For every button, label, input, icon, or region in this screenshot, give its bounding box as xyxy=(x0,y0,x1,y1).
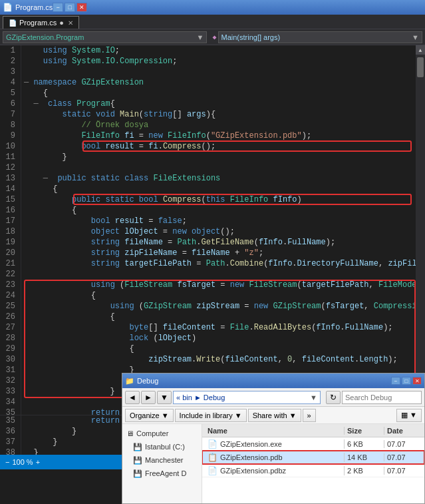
code-line-15: public static bool Compress(this FileInf… xyxy=(24,194,413,205)
tab-close[interactable]: ✕ xyxy=(68,19,73,27)
share-with-button[interactable]: Share with ▼ xyxy=(248,409,301,422)
file-explorer: 📁 Debug − □ ✕ ◄ ► ▼ « bin ► Debug ▼ ↻ xyxy=(122,373,425,504)
file-size-pdbz: 2 KB xyxy=(345,467,384,475)
view-button[interactable]: ▦ ▼ xyxy=(396,409,422,422)
code-line-22 xyxy=(24,269,413,280)
tab-modified: ● xyxy=(59,19,64,27)
scroll-up-button[interactable]: ▲ xyxy=(416,45,425,55)
code-line-23: using (FileStream fsTarget = new FileStr… xyxy=(24,280,413,290)
close-button[interactable]: ✕ xyxy=(76,3,87,12)
code-content[interactable]: using System.IO; using System.IO.Compres… xyxy=(21,45,416,415)
file-row-exe[interactable]: 📄 GZipExtension.exe 6 KB 07.07 xyxy=(202,437,424,451)
code-line-18: object lObject = new object(); xyxy=(24,226,413,237)
method-dropdown[interactable]: Main(string[] args) ▼ xyxy=(218,31,422,43)
fe-refresh-icon: ↻ xyxy=(330,393,337,402)
code-line-28: lock (lObject) xyxy=(24,333,413,344)
context-dropdown-label: GZipExtension.Program xyxy=(6,33,84,41)
line-numbers: 12345 678910 1112131415 1617181920 21222… xyxy=(0,45,21,415)
fe-forward-button[interactable]: ► xyxy=(141,391,156,404)
zoom-level: 100 % xyxy=(12,458,33,466)
organize-button[interactable]: Organize ▼ xyxy=(125,409,174,422)
code-line-9: FileInfo fi = new FileInfo("GZipExtensio… xyxy=(24,130,413,141)
fe-breadcrumb[interactable]: « bin ► Debug ▼ xyxy=(173,391,321,404)
file-name-exe: 📄 GZipExtension.exe xyxy=(202,439,345,449)
minimize-button[interactable]: − xyxy=(53,3,63,12)
fe-title-text: Debug xyxy=(137,377,158,385)
zoom-control[interactable]: − 100 % + xyxy=(5,458,40,466)
fe-back-button[interactable]: ◄ xyxy=(125,391,140,404)
tab-icon: 📄 xyxy=(9,19,17,27)
code-line-10: bool result = fi.Compress(); xyxy=(24,141,413,152)
fe-main: 🖥 Computer 💾 Istanbul (C:) 💾 Manchester … xyxy=(122,424,424,503)
fe-close-button[interactable]: ✕ xyxy=(412,377,422,385)
code-line-27: byte[] fileContent = File.ReadAllBytes(f… xyxy=(24,322,413,333)
code-line-8: // Örnek dosya xyxy=(24,120,413,130)
file-name-pdb: 📋 GZipExtension.pdb xyxy=(202,453,345,462)
title-bar-buttons: − □ ✕ xyxy=(53,3,87,12)
sidebar-label-istanbul: Istanbul (C:) xyxy=(145,443,185,451)
zoom-down-button[interactable]: − xyxy=(5,458,9,466)
fe-breadcrumb-arrow: ▼ xyxy=(310,393,317,401)
file-row-pdb[interactable]: 📋 GZipExtension.pdb 14 KB 07.07 xyxy=(202,451,424,464)
code-line-21: string targetFilePath = Path.Combine(fIn… xyxy=(24,258,413,269)
file-date-pdbz: 07.07 xyxy=(384,467,424,475)
fe-file-list: Name Size Date 📄 GZipExtension.exe 6 KB … xyxy=(202,424,424,503)
include-library-button[interactable]: Include in library ▼ xyxy=(175,409,247,422)
sidebar-item-istanbul[interactable]: 💾 Istanbul (C:) xyxy=(122,440,202,453)
fe-sidebar: 🖥 Computer 💾 Istanbul (C:) 💾 Manchester … xyxy=(122,424,202,503)
file-date-exe: 07.07 xyxy=(384,440,424,448)
maximize-button[interactable]: □ xyxy=(65,3,75,12)
toolbar: GZipExtension.Program ▼ ◆ Main(string[] … xyxy=(0,29,425,45)
code-line-24: { xyxy=(24,290,413,301)
istanbul-icon: 💾 xyxy=(133,443,142,451)
fe-back-icon: ◄ xyxy=(128,393,136,402)
context-dropdown-arrow: ▼ xyxy=(197,33,204,41)
code-line-20: string zipFileName = fileName + "z"; xyxy=(24,248,413,258)
file-row-pdbz[interactable]: 📄 GZipExtension.pdbz 2 KB 07.07 xyxy=(202,464,424,477)
fe-maximize-button[interactable]: □ xyxy=(402,377,411,385)
fe-dropdown-icon: ▼ xyxy=(160,393,168,402)
code-editor: 12345 678910 1112131415 1617181920 21222… xyxy=(0,45,425,415)
tab-label: Program.cs xyxy=(19,19,57,27)
vertical-scrollbar[interactable]: ▲ xyxy=(416,45,425,415)
sidebar-item-manchester[interactable]: 💾 Manchester xyxy=(122,453,202,467)
file-date-pdb: 07.07 xyxy=(384,453,424,461)
code-line-16: { xyxy=(24,205,413,216)
method-dropdown-label: Main(string[] args) xyxy=(221,33,281,41)
context-dropdown[interactable]: GZipExtension.Program ▼ xyxy=(3,31,207,43)
fe-nav: ◄ ► ▼ « bin ► Debug ▼ ↻ xyxy=(122,388,424,407)
scroll-thumb[interactable] xyxy=(417,57,424,77)
fe-search-input[interactable] xyxy=(342,391,422,404)
code-line-4: ─ namespace GZipExtension xyxy=(24,77,413,88)
method-dropdown-arrow: ▼ xyxy=(412,33,419,41)
more-label: » xyxy=(307,411,311,419)
fe-title-bar: 📁 Debug − □ ✕ xyxy=(122,374,424,388)
line-numbers-bottom: 3536373839 xyxy=(0,415,21,455)
file-name-pdbz: 📄 GZipExtension.pdbz xyxy=(202,466,345,475)
include-library-label: Include in library ▼ xyxy=(180,411,242,419)
col-header-name: Name xyxy=(202,427,345,435)
sidebar-item-computer[interactable]: 🖥 Computer xyxy=(122,427,202,440)
fe-forward-icon: ► xyxy=(144,393,152,402)
code-line-30: zipStream.Write(fileContent, 0, fileCont… xyxy=(24,354,413,365)
fe-minimize-button[interactable]: − xyxy=(391,377,400,385)
view-label: ▦ ▼ xyxy=(401,411,417,419)
method-icon: ◆ xyxy=(212,33,216,41)
pdbz-file-icon: 📄 xyxy=(208,466,217,475)
code-line-11: } xyxy=(24,152,413,162)
organize-label: Organize ▼ xyxy=(130,411,169,419)
fe-title-icon: 📁 xyxy=(125,377,134,385)
code-line-26: { xyxy=(24,312,413,322)
more-button[interactable]: » xyxy=(303,409,316,422)
file-size-pdb: 14 KB xyxy=(345,453,384,461)
computer-icon: 🖥 xyxy=(126,429,134,437)
zoom-up-button[interactable]: + xyxy=(36,458,40,466)
code-line-1: using System.IO; xyxy=(24,45,413,56)
tab-program-cs[interactable]: 📄 Program.cs ● ✕ xyxy=(3,16,79,29)
fe-breadcrumb-text: « bin ► Debug xyxy=(176,393,225,401)
fe-refresh-button[interactable]: ↻ xyxy=(326,391,341,404)
code-line-29: { xyxy=(24,344,413,354)
fe-dropdown-button[interactable]: ▼ xyxy=(157,391,172,404)
fe-table-header: Name Size Date xyxy=(202,424,424,437)
sidebar-item-freeagent[interactable]: 💾 FreeAgent D xyxy=(122,467,202,480)
